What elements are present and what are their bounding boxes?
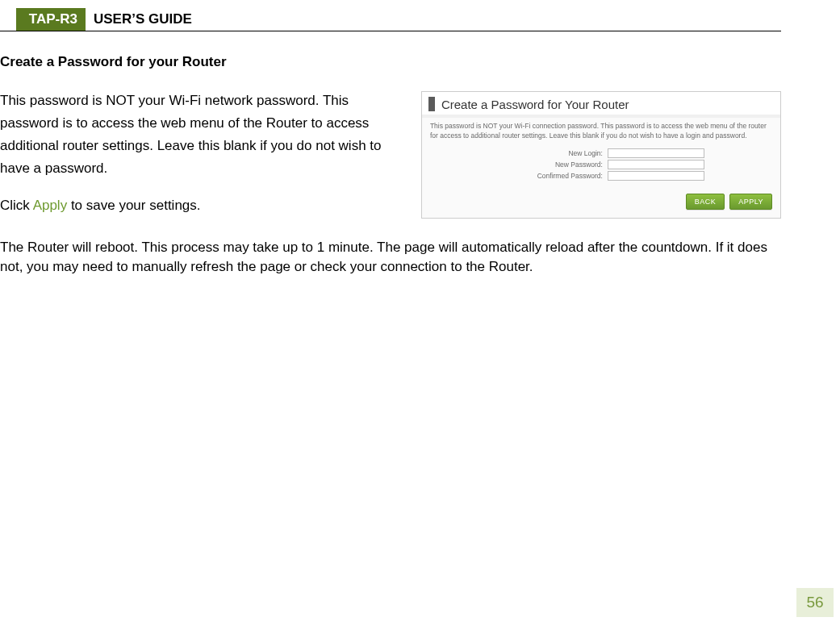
panel-actions: BACK APPLY <box>422 189 780 218</box>
label-confirm-password: Confirmed Password: <box>498 172 608 180</box>
panel-tab-icon <box>428 97 435 111</box>
paragraph-intro: This password is NOT your Wi-Fi network … <box>0 90 402 180</box>
label-new-password: New Password: <box>498 161 608 169</box>
panel-description: This password is NOT your Wi-Fi connecti… <box>422 118 780 145</box>
form-row-login: New Login: <box>430 148 772 158</box>
body-text-column: This password is NOT your Wi-Fi network … <box>0 90 402 231</box>
apply-prefix: Click <box>0 198 33 213</box>
apply-word: Apply <box>33 198 68 213</box>
page-number: 56 <box>796 588 834 617</box>
form-row-password: New Password: <box>430 160 772 169</box>
form-row-confirm: Confirmed Password: <box>430 171 772 181</box>
paragraph-reboot: The Router will reboot. This process may… <box>0 238 781 277</box>
paragraph-apply: Click Apply to save your settings. <box>0 194 402 217</box>
back-button[interactable]: BACK <box>686 194 725 210</box>
document-title: USER’S GUIDE <box>86 8 200 31</box>
label-new-login: New Login: <box>498 149 608 157</box>
panel-form: New Login: New Password: Confirmed Passw… <box>422 145 780 189</box>
document-body: Create a Password for your Router This p… <box>0 31 781 277</box>
section-heading: Create a Password for your Router <box>0 54 781 70</box>
input-new-password[interactable] <box>608 160 704 169</box>
apply-suffix: to save your settings. <box>67 198 200 213</box>
router-ui-screenshot: Create a Password for Your Router This p… <box>421 91 781 219</box>
apply-button[interactable]: APPLY <box>729 194 772 210</box>
input-confirm-password[interactable] <box>608 171 704 181</box>
input-new-login[interactable] <box>608 148 704 158</box>
document-header: TAP-R3 USER’S GUIDE <box>0 8 781 31</box>
panel-title-row: Create a Password for Your Router <box>422 92 780 118</box>
panel-title: Create a Password for Your Router <box>441 98 629 111</box>
product-tag: TAP-R3 <box>16 8 86 31</box>
